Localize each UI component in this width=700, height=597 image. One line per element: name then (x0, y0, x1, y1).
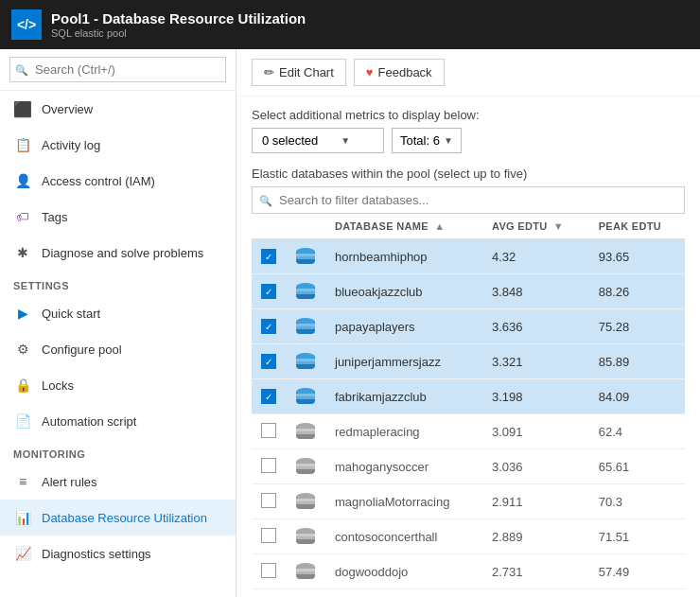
sidebar-item-label: Configure pool (42, 342, 122, 357)
edit-chart-icon: ✏ (264, 65, 274, 79)
sidebar-item-diagnostics[interactable]: 📈 Diagnostics settings (0, 536, 236, 571)
row-avg-edtu: 3.636 (482, 309, 589, 344)
app-header: </> Pool1 - Database Resource Utilizatio… (0, 0, 700, 49)
sidebar-item-activity-log[interactable]: 📋 Activity log (0, 127, 236, 163)
row-peak-edtu: 75.28 (589, 309, 685, 344)
row-avg-edtu: 2.731 (482, 554, 589, 589)
unchecked-icon (261, 528, 276, 543)
row-checkbox[interactable]: ✓ (252, 239, 286, 274)
sidebar-item-configure-pool[interactable]: ⚙ Configure pool (0, 331, 236, 367)
row-peak-edtu: 88.26 (589, 274, 685, 309)
table-row[interactable]: redmapleracing 3.091 62.4 (252, 414, 685, 449)
unchecked-icon (261, 423, 276, 438)
main-content: ✏ Edit Chart ♥ Feedback Select additiona… (236, 49, 700, 597)
table-row[interactable]: osageopera 2.647 75.15 (252, 589, 685, 598)
row-checkbox[interactable] (252, 449, 286, 484)
row-peak-edtu: 71.51 (589, 519, 685, 554)
unchecked-icon (261, 493, 276, 508)
toolbar: ✏ Edit Chart ♥ Feedback (236, 49, 700, 97)
db-cylinder-icon (295, 246, 316, 267)
row-checkbox[interactable] (252, 414, 286, 449)
db-cylinder-icon (295, 491, 316, 512)
col-header-name[interactable]: DATABASE NAME ▲ (325, 214, 482, 239)
sidebar-item-diagnose[interactable]: ✱ Diagnose and solve problems (0, 235, 236, 271)
metrics-total-display: Total: 6 ▼ (392, 128, 462, 153)
table-row[interactable]: mahoganysoccer 3.036 65.61 (252, 449, 685, 484)
db-search-input[interactable] (252, 186, 685, 214)
sidebar-item-locks[interactable]: 🔒 Locks (0, 367, 236, 403)
checked-icon: ✓ (261, 284, 276, 299)
table-row[interactable]: ✓ fabrikamjazzclub 3.198 84.09 (252, 379, 685, 414)
metrics-select-row: 0 selected ▼ Total: 6 ▼ (252, 128, 685, 153)
automation-script-icon: 📄 (13, 412, 32, 430)
col-header-check (252, 214, 286, 239)
page-subtitle: SQL elastic pool (51, 27, 306, 39)
sidebar: ⬛ Overview 📋 Activity log 👤 Access contr… (0, 49, 236, 597)
row-db-name: fabrikamjazzclub (325, 379, 482, 414)
col-header-peak-edtu[interactable]: PEAK EDTU (589, 214, 685, 239)
row-db-name: hornbeamhiphop (325, 239, 482, 274)
feedback-icon: ♥ (366, 65, 374, 79)
edit-chart-label: Edit Chart (279, 65, 334, 79)
db-cylinder-icon (295, 316, 316, 337)
sidebar-item-label: Alert rules (42, 475, 97, 489)
sort-arrow-avg: ▼ (553, 220, 564, 232)
sidebar-item-alert-rules[interactable]: ≡ Alert rules (0, 464, 236, 500)
configure-pool-icon: ⚙ (13, 340, 32, 359)
metrics-selected-dropdown[interactable]: 0 selected ▼ (252, 128, 384, 153)
db-cylinder-icon (295, 526, 316, 547)
row-avg-edtu: 2.889 (482, 519, 589, 554)
access-control-icon: 👤 (13, 171, 32, 190)
sidebar-item-label: Quick start (42, 307, 100, 321)
row-db-icon (286, 589, 325, 598)
row-checkbox[interactable]: ✓ (252, 344, 286, 379)
metrics-section-label: Select additional metrics to display bel… (252, 108, 685, 122)
row-db-name: dogwooddojo (325, 554, 482, 589)
sidebar-item-label: Database Resource Utilization (42, 511, 207, 525)
row-avg-edtu: 3.036 (482, 449, 589, 484)
table-row[interactable]: ✓ hornbeamhiphop 4.32 93.65 (252, 239, 685, 274)
sidebar-item-overview[interactable]: ⬛ Overview (0, 91, 236, 127)
row-db-icon (286, 449, 325, 484)
sidebar-item-automation-script[interactable]: 📄 Automation script (0, 403, 236, 439)
table-row[interactable]: ✓ papayaplayers 3.636 75.28 (252, 309, 685, 344)
table-row[interactable]: contosoconcerthall 2.889 71.51 (252, 519, 685, 554)
settings-section-label: SETTINGS (0, 271, 236, 295)
table-row[interactable]: ✓ blueoakjazzclub 3.848 88.26 (252, 274, 685, 309)
table-row[interactable]: dogwooddojo 2.731 57.49 (252, 554, 685, 589)
row-peak-edtu: 62.4 (589, 414, 685, 449)
sidebar-item-quick-start[interactable]: ▶ Quick start (0, 295, 236, 331)
row-checkbox[interactable] (252, 554, 286, 589)
row-checkbox[interactable]: ✓ (252, 379, 286, 414)
row-checkbox[interactable]: ✓ (252, 309, 286, 344)
row-avg-edtu: 3.198 (482, 379, 589, 414)
db-cylinder-icon (295, 561, 316, 582)
db-resource-icon: 📊 (13, 508, 32, 527)
activity-log-icon: 📋 (13, 135, 32, 154)
table-row[interactable]: ✓ juniperjammersjazz 3.321 85.89 (252, 344, 685, 379)
col-header-avg-edtu[interactable]: AVG EDTU ▼ (482, 214, 589, 239)
row-checkbox[interactable] (252, 589, 286, 598)
row-db-name: magnoliaMotorracing (325, 484, 482, 519)
db-cylinder-icon (295, 421, 316, 442)
sidebar-item-label: Activity log (42, 138, 100, 152)
page-title: Pool1 - Database Resource Utilization (51, 10, 306, 27)
row-db-icon (286, 379, 325, 414)
feedback-label: Feedback (378, 65, 432, 79)
row-checkbox[interactable] (252, 519, 286, 554)
row-db-name: papayaplayers (325, 309, 482, 344)
search-input[interactable] (9, 57, 226, 82)
row-db-name: blueoakjazzclub (325, 274, 482, 309)
row-checkbox[interactable] (252, 484, 286, 519)
sidebar-item-label: Diagnose and solve problems (42, 246, 203, 260)
feedback-button[interactable]: ♥ Feedback (354, 59, 445, 86)
sidebar-item-tags[interactable]: 🏷 Tags (0, 199, 236, 235)
sidebar-item-db-resource[interactable]: 📊 Database Resource Utilization (0, 500, 236, 536)
db-cylinder-icon (295, 281, 316, 302)
table-row[interactable]: magnoliaMotorracing 2.911 70.3 (252, 484, 685, 519)
edit-chart-button[interactable]: ✏ Edit Chart (252, 59, 346, 86)
row-db-name: osageopera (325, 589, 482, 598)
row-checkbox[interactable]: ✓ (252, 274, 286, 309)
row-db-icon (286, 344, 325, 379)
sidebar-item-access-control[interactable]: 👤 Access control (IAM) (0, 163, 236, 199)
